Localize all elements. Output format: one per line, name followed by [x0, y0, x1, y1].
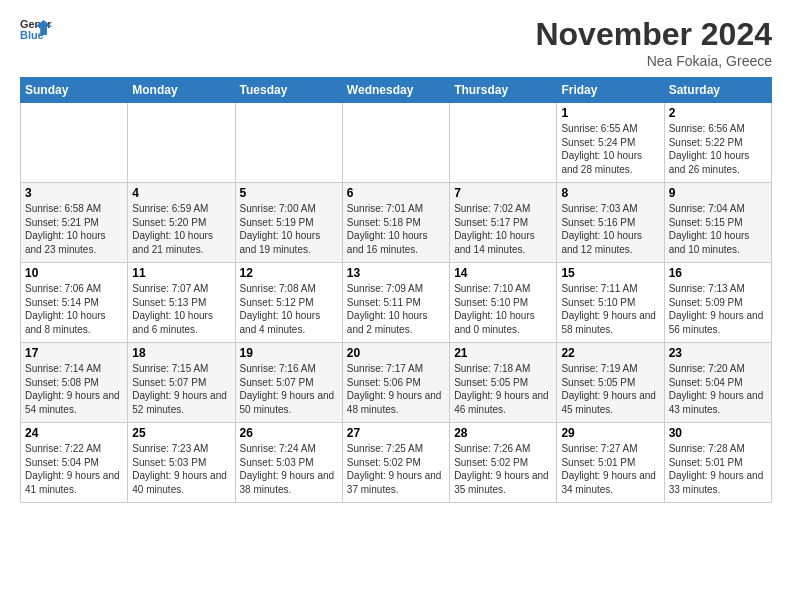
calendar-cell: 3Sunrise: 6:58 AMSunset: 5:21 PMDaylight… [21, 183, 128, 263]
day-info: Sunrise: 7:15 AMSunset: 5:07 PMDaylight:… [132, 362, 230, 416]
day-info: Sunrise: 7:28 AMSunset: 5:01 PMDaylight:… [669, 442, 767, 496]
day-info: Sunrise: 7:26 AMSunset: 5:02 PMDaylight:… [454, 442, 552, 496]
calendar-cell: 7Sunrise: 7:02 AMSunset: 5:17 PMDaylight… [450, 183, 557, 263]
day-info: Sunrise: 7:04 AMSunset: 5:15 PMDaylight:… [669, 202, 767, 256]
day-number: 28 [454, 426, 552, 440]
day-info: Sunrise: 7:03 AMSunset: 5:16 PMDaylight:… [561, 202, 659, 256]
day-info: Sunrise: 7:13 AMSunset: 5:09 PMDaylight:… [669, 282, 767, 336]
calendar-cell: 14Sunrise: 7:10 AMSunset: 5:10 PMDayligh… [450, 263, 557, 343]
svg-text:Blue: Blue [20, 29, 44, 41]
day-number: 23 [669, 346, 767, 360]
day-info: Sunrise: 7:23 AMSunset: 5:03 PMDaylight:… [132, 442, 230, 496]
calendar-cell: 11Sunrise: 7:07 AMSunset: 5:13 PMDayligh… [128, 263, 235, 343]
day-number: 2 [669, 106, 767, 120]
title-block: November 2024 Nea Fokaia, Greece [535, 16, 772, 69]
calendar-cell: 21Sunrise: 7:18 AMSunset: 5:05 PMDayligh… [450, 343, 557, 423]
day-info: Sunrise: 7:22 AMSunset: 5:04 PMDaylight:… [25, 442, 123, 496]
day-info: Sunrise: 7:07 AMSunset: 5:13 PMDaylight:… [132, 282, 230, 336]
calendar-cell: 10Sunrise: 7:06 AMSunset: 5:14 PMDayligh… [21, 263, 128, 343]
day-info: Sunrise: 7:14 AMSunset: 5:08 PMDaylight:… [25, 362, 123, 416]
calendar-cell: 12Sunrise: 7:08 AMSunset: 5:12 PMDayligh… [235, 263, 342, 343]
calendar-cell [128, 103, 235, 183]
calendar-cell [450, 103, 557, 183]
day-info: Sunrise: 7:27 AMSunset: 5:01 PMDaylight:… [561, 442, 659, 496]
col-header-friday: Friday [557, 78, 664, 103]
calendar-cell: 28Sunrise: 7:26 AMSunset: 5:02 PMDayligh… [450, 423, 557, 503]
day-info: Sunrise: 7:17 AMSunset: 5:06 PMDaylight:… [347, 362, 445, 416]
calendar-cell: 15Sunrise: 7:11 AMSunset: 5:10 PMDayligh… [557, 263, 664, 343]
day-info: Sunrise: 7:10 AMSunset: 5:10 PMDaylight:… [454, 282, 552, 336]
day-number: 15 [561, 266, 659, 280]
day-number: 22 [561, 346, 659, 360]
day-info: Sunrise: 6:58 AMSunset: 5:21 PMDaylight:… [25, 202, 123, 256]
day-info: Sunrise: 7:16 AMSunset: 5:07 PMDaylight:… [240, 362, 338, 416]
calendar-cell: 29Sunrise: 7:27 AMSunset: 5:01 PMDayligh… [557, 423, 664, 503]
day-info: Sunrise: 6:59 AMSunset: 5:20 PMDaylight:… [132, 202, 230, 256]
day-number: 11 [132, 266, 230, 280]
calendar-cell: 24Sunrise: 7:22 AMSunset: 5:04 PMDayligh… [21, 423, 128, 503]
day-info: Sunrise: 7:11 AMSunset: 5:10 PMDaylight:… [561, 282, 659, 336]
day-number: 4 [132, 186, 230, 200]
calendar-cell: 26Sunrise: 7:24 AMSunset: 5:03 PMDayligh… [235, 423, 342, 503]
day-number: 7 [454, 186, 552, 200]
calendar-cell: 25Sunrise: 7:23 AMSunset: 5:03 PMDayligh… [128, 423, 235, 503]
calendar-cell: 4Sunrise: 6:59 AMSunset: 5:20 PMDaylight… [128, 183, 235, 263]
month-title: November 2024 [535, 16, 772, 53]
day-info: Sunrise: 7:25 AMSunset: 5:02 PMDaylight:… [347, 442, 445, 496]
calendar-cell [342, 103, 449, 183]
day-number: 19 [240, 346, 338, 360]
col-header-thursday: Thursday [450, 78, 557, 103]
day-info: Sunrise: 7:09 AMSunset: 5:11 PMDaylight:… [347, 282, 445, 336]
calendar-cell [235, 103, 342, 183]
day-info: Sunrise: 6:56 AMSunset: 5:22 PMDaylight:… [669, 122, 767, 176]
day-number: 6 [347, 186, 445, 200]
calendar-week-0: 1Sunrise: 6:55 AMSunset: 5:24 PMDaylight… [21, 103, 772, 183]
calendar-cell: 30Sunrise: 7:28 AMSunset: 5:01 PMDayligh… [664, 423, 771, 503]
header: General Blue November 2024 Nea Fokaia, G… [20, 16, 772, 69]
col-header-wednesday: Wednesday [342, 78, 449, 103]
day-number: 20 [347, 346, 445, 360]
day-number: 9 [669, 186, 767, 200]
day-info: Sunrise: 7:20 AMSunset: 5:04 PMDaylight:… [669, 362, 767, 416]
day-number: 26 [240, 426, 338, 440]
logo: General Blue [20, 16, 52, 44]
calendar-cell: 20Sunrise: 7:17 AMSunset: 5:06 PMDayligh… [342, 343, 449, 423]
calendar-cell: 17Sunrise: 7:14 AMSunset: 5:08 PMDayligh… [21, 343, 128, 423]
day-number: 24 [25, 426, 123, 440]
logo-icon: General Blue [20, 16, 52, 44]
day-number: 1 [561, 106, 659, 120]
day-number: 13 [347, 266, 445, 280]
location-subtitle: Nea Fokaia, Greece [535, 53, 772, 69]
calendar-cell: 23Sunrise: 7:20 AMSunset: 5:04 PMDayligh… [664, 343, 771, 423]
day-info: Sunrise: 7:06 AMSunset: 5:14 PMDaylight:… [25, 282, 123, 336]
day-number: 21 [454, 346, 552, 360]
calendar-cell: 13Sunrise: 7:09 AMSunset: 5:11 PMDayligh… [342, 263, 449, 343]
day-info: Sunrise: 7:02 AMSunset: 5:17 PMDaylight:… [454, 202, 552, 256]
day-info: Sunrise: 6:55 AMSunset: 5:24 PMDaylight:… [561, 122, 659, 176]
calendar-cell: 27Sunrise: 7:25 AMSunset: 5:02 PMDayligh… [342, 423, 449, 503]
day-info: Sunrise: 7:08 AMSunset: 5:12 PMDaylight:… [240, 282, 338, 336]
day-number: 10 [25, 266, 123, 280]
calendar-cell: 16Sunrise: 7:13 AMSunset: 5:09 PMDayligh… [664, 263, 771, 343]
calendar-cell: 9Sunrise: 7:04 AMSunset: 5:15 PMDaylight… [664, 183, 771, 263]
calendar-cell: 6Sunrise: 7:01 AMSunset: 5:18 PMDaylight… [342, 183, 449, 263]
day-number: 3 [25, 186, 123, 200]
day-number: 17 [25, 346, 123, 360]
calendar-cell: 18Sunrise: 7:15 AMSunset: 5:07 PMDayligh… [128, 343, 235, 423]
day-number: 5 [240, 186, 338, 200]
col-header-saturday: Saturday [664, 78, 771, 103]
calendar-cell: 19Sunrise: 7:16 AMSunset: 5:07 PMDayligh… [235, 343, 342, 423]
calendar-cell: 2Sunrise: 6:56 AMSunset: 5:22 PMDaylight… [664, 103, 771, 183]
page: General Blue November 2024 Nea Fokaia, G… [0, 0, 792, 612]
day-info: Sunrise: 7:24 AMSunset: 5:03 PMDaylight:… [240, 442, 338, 496]
day-number: 8 [561, 186, 659, 200]
calendar-cell: 8Sunrise: 7:03 AMSunset: 5:16 PMDaylight… [557, 183, 664, 263]
day-number: 14 [454, 266, 552, 280]
calendar-week-1: 3Sunrise: 6:58 AMSunset: 5:21 PMDaylight… [21, 183, 772, 263]
col-header-monday: Monday [128, 78, 235, 103]
calendar-week-2: 10Sunrise: 7:06 AMSunset: 5:14 PMDayligh… [21, 263, 772, 343]
day-info: Sunrise: 7:19 AMSunset: 5:05 PMDaylight:… [561, 362, 659, 416]
col-header-tuesday: Tuesday [235, 78, 342, 103]
calendar-cell: 22Sunrise: 7:19 AMSunset: 5:05 PMDayligh… [557, 343, 664, 423]
calendar-cell: 5Sunrise: 7:00 AMSunset: 5:19 PMDaylight… [235, 183, 342, 263]
